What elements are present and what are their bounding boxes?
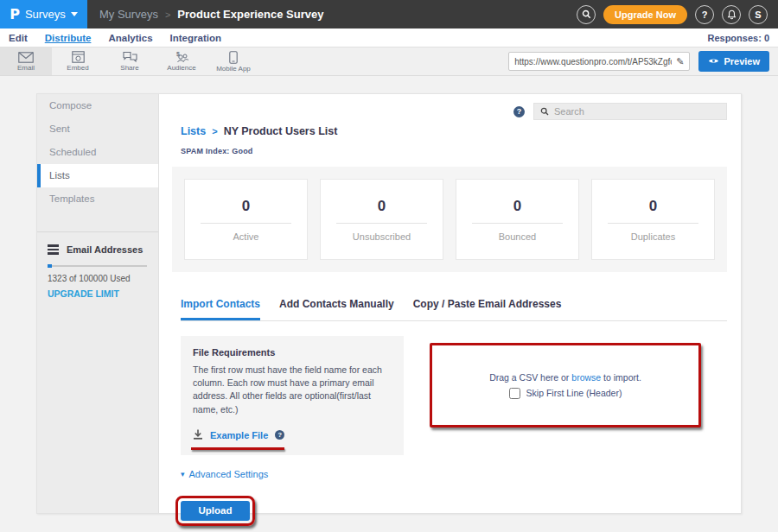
file-requirements-body: The first row must have the field name f…: [193, 364, 392, 416]
main-panel: Compose Sent Scheduled Lists Templates E…: [36, 93, 742, 514]
advanced-settings-label: Advanced Settings: [189, 469, 269, 479]
search-icon: [540, 104, 549, 119]
stat-label: Unsubscribed: [353, 231, 411, 242]
tab-import-contacts[interactable]: Import Contacts: [181, 298, 260, 320]
toolbar-item-label: Mobile App: [216, 65, 251, 73]
csv-dropzone[interactable]: Drag a CSV here or browse to import. Ski…: [430, 343, 701, 428]
topbar-actions: Upgrade Now ? S: [577, 5, 778, 24]
list-lines-icon: [48, 244, 59, 255]
edit-url-pencil-icon[interactable]: ✎: [676, 56, 684, 67]
dropzone-text-before: Drag a CSV here or: [489, 372, 571, 383]
file-requirements-title: File Requirements: [193, 347, 392, 358]
dropzone-annotation: Drag a CSV here or browse to import. Ski…: [430, 343, 701, 428]
example-file-help-icon[interactable]: ?: [275, 430, 284, 440]
skip-first-line-row: Skip First Line (Header): [509, 388, 622, 399]
toolbar-item-email[interactable]: Email: [0, 48, 52, 75]
spam-index: SPAM Index: Good: [159, 137, 741, 155]
nav-tab-edit[interactable]: Edit: [9, 33, 28, 43]
spam-index-value: Good: [232, 147, 252, 155]
mobile-app-icon: [229, 51, 238, 64]
skip-first-line-label: Skip First Line (Header): [526, 388, 622, 398]
stat-label: Bounced: [499, 231, 536, 242]
embed-icon: [72, 51, 85, 63]
sidebar-item-templates[interactable]: Templates: [37, 187, 158, 211]
search-row: ?: [159, 94, 741, 120]
upload-annotation: Upload: [175, 496, 255, 526]
tab-add-contacts-manually[interactable]: Add Contacts Manually: [279, 298, 394, 320]
breadcrumb-my-surveys[interactable]: My Surveys: [99, 8, 158, 21]
toolbar-item-label: Embed: [67, 64, 88, 72]
share-icon: [123, 51, 137, 63]
upgrade-limit-link[interactable]: UPGRADE LIMIT: [48, 288, 148, 299]
product-switcher[interactable]: P Surveys: [0, 0, 87, 28]
product-name: Surveys: [25, 8, 66, 21]
search-box: [533, 103, 727, 120]
file-requirements-box: File Requirements The first row must hav…: [181, 336, 404, 455]
list-name: NY Product Users List: [224, 125, 338, 137]
survey-url-input[interactable]: [514, 57, 672, 66]
tab-copy-paste-email-addresses[interactable]: Copy / Paste Email Addresses: [413, 298, 562, 320]
example-file-row: Example File ?: [193, 428, 392, 443]
dropzone-text: Drag a CSV here or browse to import.: [489, 372, 641, 383]
skip-first-line-checkbox[interactable]: [509, 388, 520, 399]
stat-card-bounced: 0 Bounced: [456, 179, 579, 260]
upgrade-now-button[interactable]: Upgrade Now: [603, 5, 687, 24]
stat-label: Active: [233, 231, 259, 242]
breadcrumb-separator: >: [212, 126, 217, 136]
audience-icon: $: [174, 51, 189, 63]
stat-card-active: 0 Active: [184, 179, 308, 260]
responses-count[interactable]: Responses: 0: [707, 33, 769, 43]
notifications-bell-icon[interactable]: [722, 5, 741, 24]
toolbar-item-embed[interactable]: Embed: [52, 48, 104, 75]
import-columns: File Requirements The first row must hav…: [181, 336, 727, 455]
toolbar-item-label: Audience: [167, 64, 195, 72]
list-content: ? Lists > NY Product Users List SPAM Ind…: [159, 94, 741, 513]
user-avatar[interactable]: S: [749, 5, 768, 24]
stat-card-duplicates: 0 Duplicates: [591, 179, 715, 260]
toolbar-item-label: Email: [17, 64, 35, 72]
breadcrumb-separator: >: [165, 10, 170, 20]
sidebar-item-compose[interactable]: Compose: [37, 94, 158, 117]
nav-tab-analytics[interactable]: Analytics: [108, 33, 152, 43]
nav-tab-distribute[interactable]: Distribute: [45, 33, 92, 43]
dropzone-text-after: to import.: [601, 372, 641, 383]
stat-value: 0: [649, 198, 657, 215]
contacts-tabs: Import Contacts Add Contacts Manually Co…: [181, 298, 727, 321]
sidebar-item-lists[interactable]: Lists: [37, 164, 158, 187]
stat-label: Duplicates: [631, 231, 675, 242]
preview-button[interactable]: Preview: [698, 51, 769, 72]
example-file-link[interactable]: Example File: [210, 430, 268, 440]
nav-tab-integration[interactable]: Integration: [170, 33, 221, 43]
toolbar-right: ✎ Preview: [508, 48, 778, 75]
annotation-underline: [191, 447, 284, 450]
top-bar: P Surveys My Surveys > Product Experienc…: [0, 0, 778, 28]
email-sidebar: Compose Sent Scheduled Lists Templates E…: [37, 94, 159, 513]
caret-down-icon: ▾: [181, 470, 185, 478]
survey-title: Product Experience Survey: [177, 8, 323, 21]
list-breadcrumb: Lists > NY Product Users List: [159, 120, 741, 137]
spam-index-label: SPAM Index:: [181, 147, 230, 155]
stats-band: 0 Active 0 Unsubscribed 0 Bounced 0: [172, 167, 727, 272]
toolbar-item-audience[interactable]: $ Audience: [156, 48, 207, 75]
help-icon[interactable]: ?: [695, 5, 714, 24]
browse-link[interactable]: browse: [571, 372, 601, 383]
svg-text:$: $: [176, 51, 180, 58]
toolbar-item-mobile-app[interactable]: Mobile App: [207, 48, 259, 75]
survey-nav: Edit Distribute Analytics Integration Re…: [0, 28, 778, 48]
sidebar-item-scheduled[interactable]: Scheduled: [37, 141, 158, 164]
usage-progress-bar: [48, 265, 147, 267]
usage-text: 1323 of 100000 Used: [48, 274, 148, 283]
sidebar-item-sent[interactable]: Sent: [37, 117, 158, 141]
preview-label: Preview: [724, 56, 760, 66]
email-icon: [18, 52, 34, 63]
questionpro-logo-icon: P: [10, 6, 20, 22]
stat-card-unsubscribed: 0 Unsubscribed: [320, 179, 443, 260]
breadcrumb-lists-link[interactable]: Lists: [181, 125, 206, 137]
toolbar-item-share[interactable]: Share: [104, 48, 156, 75]
stat-value: 0: [242, 198, 250, 215]
advanced-settings-toggle[interactable]: ▾ Advanced Settings: [181, 469, 741, 479]
upload-button[interactable]: Upload: [181, 501, 250, 521]
search-icon[interactable]: [577, 5, 596, 24]
search-input[interactable]: [554, 106, 720, 117]
help-icon[interactable]: ?: [513, 106, 525, 117]
